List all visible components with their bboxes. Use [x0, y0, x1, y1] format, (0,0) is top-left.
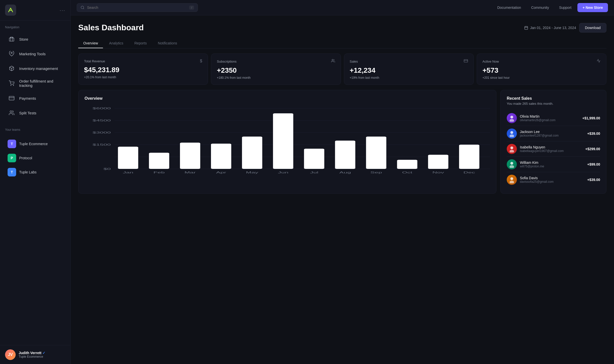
- calendar-icon: [524, 26, 528, 30]
- recent-sales-card: Recent Sales You made 265 sales this mon…: [500, 90, 606, 194]
- stat-change-subscriptions: +180.1% from last month: [217, 76, 335, 80]
- store-icon: [8, 35, 16, 43]
- sidebar-footer[interactable]: JV Judith Verrett ✓ Tuple Ecommerce: [0, 345, 70, 364]
- new-store-button[interactable]: + New Store: [577, 3, 608, 12]
- chart-card: Overview $6000 $4500 $3000 $: [78, 90, 496, 194]
- sidebar-item-store-label: Store: [19, 37, 28, 41]
- sale-avatar-william: [507, 159, 517, 169]
- main-grid: Overview $6000 $4500 $3000 $: [78, 90, 606, 194]
- svg-text:Dec: Dec: [463, 171, 475, 174]
- sidebar-item-orders-label: Order fulfillment and tracking: [19, 79, 63, 88]
- tab-overview[interactable]: Overview: [78, 39, 103, 48]
- active-now-icon: [597, 59, 601, 64]
- svg-text:Nov: Nov: [432, 171, 444, 174]
- tab-analytics[interactable]: Analytics: [104, 39, 128, 48]
- stat-change-revenue: +20.1% from last month: [84, 75, 202, 79]
- inventory-icon: [8, 64, 16, 72]
- team-avatar-tuple-labs: T: [8, 168, 16, 176]
- search-input[interactable]: [87, 6, 187, 10]
- svg-rect-0: [9, 38, 14, 41]
- svg-point-40: [510, 119, 514, 122]
- svg-point-3: [11, 85, 11, 86]
- team-item-protocol[interactable]: P Protocol: [3, 151, 68, 165]
- svg-text:$6000: $6000: [93, 107, 111, 110]
- sale-info-sofia: Sofia Davis davissofia25@gmail.com: [520, 176, 584, 184]
- svg-point-13: [332, 59, 333, 61]
- date-range-text: Jan 01, 2024 - June 13, 2024: [530, 26, 576, 30]
- svg-rect-9: [525, 27, 528, 30]
- svg-text:Jul: Jul: [310, 171, 318, 174]
- search-bar[interactable]: /: [77, 3, 198, 12]
- sales-icon: [464, 59, 468, 64]
- svg-point-46: [510, 165, 514, 168]
- svg-point-42: [510, 135, 514, 137]
- teams-section-label: Your teams: [0, 123, 70, 134]
- svg-point-39: [510, 116, 513, 118]
- sale-email-william: will75@proton.me: [520, 165, 584, 168]
- topnav-community[interactable]: Community: [527, 4, 553, 12]
- search-icon: [81, 6, 85, 10]
- sale-name-sofia: Sofia Davis: [520, 176, 584, 180]
- svg-point-8: [81, 6, 84, 9]
- bar-may: [242, 137, 262, 169]
- sale-email-sofia: davissofia25@gmail.com: [520, 180, 584, 184]
- sidebar-item-split-tests[interactable]: Split Tests: [3, 106, 68, 120]
- tab-reports[interactable]: Reports: [129, 39, 152, 48]
- sidebar-item-split-tests-label: Split Tests: [19, 111, 36, 115]
- team-avatar-protocol: P: [8, 154, 16, 162]
- sale-avatar-isabella: [507, 144, 517, 154]
- sale-info-william: William Kim will75@proton.me: [520, 161, 584, 168]
- sidebar-item-marketing[interactable]: Marketing Tools: [3, 47, 68, 61]
- sale-amount-isabella: +$299.00: [585, 147, 600, 151]
- sidebar-item-store[interactable]: Store: [3, 32, 68, 46]
- topnav-documentation[interactable]: Documentation: [493, 4, 525, 12]
- svg-rect-5: [9, 96, 14, 100]
- tab-notifications[interactable]: Notifications: [153, 39, 182, 48]
- sale-name-olivia: Olivia Martin: [520, 114, 579, 118]
- team-item-tuple-ecommerce[interactable]: T Tuple Ecommerce: [3, 137, 68, 151]
- team-label-protocol: Protocol: [19, 156, 32, 160]
- svg-point-44: [510, 150, 514, 153]
- download-button[interactable]: Download: [579, 23, 606, 33]
- nav-section-label: Navigation: [0, 20, 70, 32]
- verified-badge-icon: ✓: [42, 351, 45, 355]
- sidebar-item-payments-label: Payments: [19, 96, 36, 100]
- topnav-support[interactable]: Support: [555, 4, 575, 12]
- sidebar-item-inventory[interactable]: Inventory management: [3, 61, 68, 75]
- svg-point-48: [510, 181, 514, 184]
- team-item-tuple-labs[interactable]: T Tuple Labs: [3, 165, 68, 179]
- sidebar-item-payments[interactable]: Payments: [3, 91, 68, 105]
- sidebar: ··· Navigation Store Marketing Tools: [0, 0, 71, 364]
- bar-feb: [149, 153, 169, 169]
- stat-change-sales: +19% from last month: [350, 76, 468, 80]
- app-logo[interactable]: [5, 5, 16, 16]
- sale-item-jackson: Jackson Lee jacksonleef1287@gmail.com +$…: [507, 126, 600, 141]
- more-options-button[interactable]: ···: [60, 7, 65, 13]
- sale-email-jackson: jacksonleef1287@gmail.com: [520, 134, 584, 137]
- stat-card-total-revenue: Total Revenue $ $45,231.89 +20.1% from l…: [78, 54, 208, 85]
- stat-value-sales: +12,234: [350, 66, 468, 74]
- stat-card-active-now: Active Now +573 +201 since last hour: [477, 54, 606, 85]
- bar-oct: [397, 160, 417, 169]
- stats-grid: Total Revenue $ $45,231.89 +20.1% from l…: [78, 54, 606, 85]
- stat-card-subscriptions: Subscriptions +2350 +180.1% from last mo…: [211, 54, 341, 85]
- team-label-tuple-ecommerce: Tuple Ecommerce: [19, 142, 48, 146]
- team-label-tuple-labs: Tuple Labs: [19, 170, 37, 174]
- chart-title: Overview: [85, 96, 490, 101]
- user-info: Judith Verrett ✓ Tuple Ecommerce: [19, 351, 65, 358]
- stat-label-sales: Sales: [350, 60, 358, 63]
- sidebar-item-orders[interactable]: Order fulfillment and tracking: [3, 76, 68, 91]
- stat-change-active-now: +201 since last hour: [483, 76, 601, 80]
- svg-point-43: [510, 146, 513, 149]
- bar-jul: [304, 149, 324, 169]
- svg-text:Feb: Feb: [153, 171, 165, 174]
- team-avatar-tuple-ecommerce: T: [8, 140, 16, 148]
- page-content: Sales Dashboard Jan 01, 2024 - June 13, …: [71, 15, 614, 364]
- sale-amount-jackson: +$39.00: [587, 132, 600, 136]
- payments-icon: [8, 94, 16, 102]
- date-range[interactable]: Jan 01, 2024 - June 13, 2024: [524, 26, 576, 30]
- chart-area: $6000 $4500 $3000 $1500 $0: [85, 106, 490, 176]
- stat-label-subscriptions: Subscriptions: [217, 60, 236, 63]
- svg-text:Jun: Jun: [278, 171, 288, 174]
- date-download-area: Jan 01, 2024 - June 13, 2024 Download: [524, 23, 606, 33]
